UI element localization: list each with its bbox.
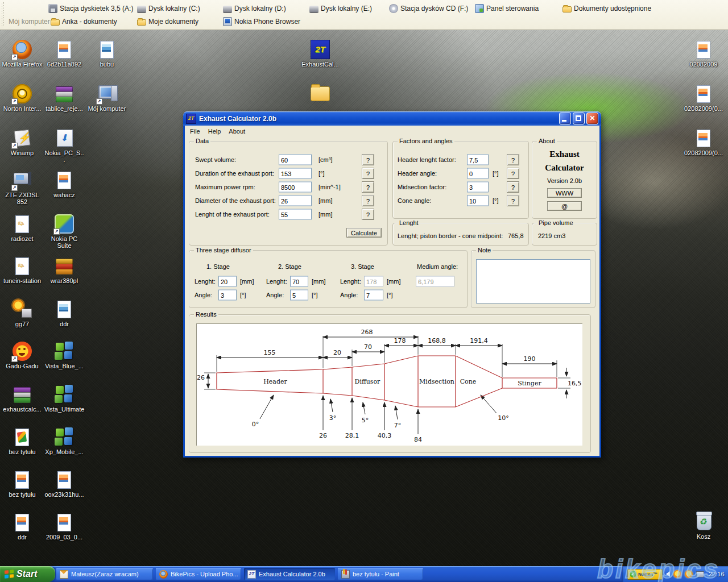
menu-about[interactable]: About xyxy=(225,127,249,136)
desktop-icon-bubu[interactable]: bubu xyxy=(86,40,127,68)
close-button[interactable]: ✕ xyxy=(586,113,598,124)
network-tray-icon[interactable] xyxy=(696,571,704,577)
desktop-icon-mozilla-firefox[interactable]: Mozilla Firefox xyxy=(2,40,43,68)
max-rpm-input[interactable] xyxy=(279,182,312,193)
help-button[interactable]: ? xyxy=(507,168,519,179)
desktop-icon-bez-tytu-u[interactable]: bez tytułu xyxy=(2,427,43,455)
toolbar-item-dokumenty-udost-pnione[interactable]: Dokumenty udostępnione xyxy=(562,3,651,14)
desktop-icon-02082009-0[interactable]: 02082009(0... xyxy=(683,84,724,112)
toolbar-item-nokia-phone-browser[interactable]: Nokia Phone Browser xyxy=(223,16,300,27)
task-button-bikepics-upload-pho[interactable]: BikePics - Upload Pho... xyxy=(156,568,241,580)
desktop-icon-xp-mobile[interactable]: Xp_Mobile_... xyxy=(44,427,85,455)
toolbar-item-moje-dokumenty[interactable]: Moje dokumenty xyxy=(137,16,198,27)
paintpage-icon xyxy=(13,427,32,447)
desktop-icon-exhaustcal[interactable]: ExhaustCal... xyxy=(300,40,341,68)
norton-badge[interactable]: ✓ Norton™ xyxy=(627,569,663,580)
bore-d2: 28,1 xyxy=(345,432,359,439)
help-button[interactable]: ? xyxy=(362,209,374,220)
desktop-icon-tablice-reje[interactable]: tablice_reje... xyxy=(44,84,85,112)
toolbar-item-dysk-lokalny-e[interactable]: Dysk lokalny (E:) xyxy=(309,3,372,14)
page-icon xyxy=(694,84,713,103)
mm-unit: [mm] xyxy=(240,278,254,285)
desktop-icon-zte-zxdsl-852[interactable]: ZTE ZXDSL 852 xyxy=(2,171,43,205)
note-textarea[interactable] xyxy=(476,259,590,304)
window-titlebar[interactable]: Exhaust Calculator 2.0b ✕ xyxy=(183,111,601,126)
menu-help[interactable]: Help xyxy=(204,127,225,136)
page-icon xyxy=(55,470,74,489)
docpen-icon xyxy=(13,214,32,234)
port-diameter-input[interactable] xyxy=(279,196,312,206)
desktop-icon-2009-03-0[interactable]: 2009_03_0... xyxy=(44,513,85,541)
dim-cone: 191,4 xyxy=(470,337,488,344)
gadu-gadu-tray-icon[interactable] xyxy=(685,570,693,578)
menu-file[interactable]: File xyxy=(186,127,204,136)
desktop-icon-folderbig[interactable] xyxy=(300,84,341,105)
toolbar-item-stacja-dysk-w-cd-f[interactable]: Stacja dysków CD (F:) xyxy=(389,3,468,14)
header-angle-input[interactable] xyxy=(467,168,489,179)
toolbar-item-stacja-dyskietek-3-5-a[interactable]: Stacja dyskietek 3,5 (A:) xyxy=(48,3,133,14)
midsection-factor-input[interactable] xyxy=(467,182,489,193)
desktop-icon-norton-inter[interactable]: Norton Inter... xyxy=(2,84,43,112)
desktop-icon-nokia-pc-suite[interactable]: Nokia PC Suite xyxy=(44,214,85,249)
task-button-exhaust-calculator-2-0b[interactable]: Exhaust Calculator 2.0b xyxy=(244,568,335,580)
stage1-angle-input[interactable] xyxy=(218,290,237,301)
swept-volume-input[interactable] xyxy=(279,155,312,165)
help-button[interactable]: ? xyxy=(362,195,374,206)
task-button-mateusz-zaraz-wracam[interactable]: Mateusz(Zaraz wracam) xyxy=(56,568,153,580)
help-button[interactable]: ? xyxy=(362,154,374,165)
header-length-factor-input[interactable] xyxy=(467,155,489,165)
floppy-drive-icon xyxy=(48,4,57,13)
task-button-bez-tytu-u-paint[interactable]: bez tytułu - Paint xyxy=(338,568,423,580)
hide-icons-arrow-icon[interactable] xyxy=(666,571,670,577)
toolbar-item-dysk-lokalny-d[interactable]: Dysk lokalny (D:) xyxy=(223,3,286,14)
task-button-label: Mateusz(Zaraz wracam) xyxy=(71,571,139,577)
stage1-length-input[interactable] xyxy=(218,276,237,287)
desktop-icon-nokia-pc-s[interactable]: Nokia_PC_S... xyxy=(44,128,85,163)
desktop-icon-ddr[interactable]: ddr xyxy=(44,300,85,327)
stage2-angle-input[interactable] xyxy=(290,290,308,301)
toolbar-drag-handle[interactable] xyxy=(2,2,5,27)
dim-midsection: 168,8 xyxy=(428,337,446,344)
shortcut-arrow-icon xyxy=(53,228,60,235)
stage3-angle-input[interactable] xyxy=(364,290,383,301)
duration-input[interactable] xyxy=(279,168,312,179)
desktop-icon-wahacz[interactable]: wahacz xyxy=(44,171,85,198)
desktop-icon-oox23k31hu[interactable]: oox23k31hu... xyxy=(44,470,85,498)
toolbar-item-dysk-lokalny-c[interactable]: Dysk lokalny (C:) xyxy=(137,3,200,14)
toolbar-item-anka-dokumenty[interactable]: Anka - dokumenty xyxy=(51,16,117,27)
desktop-icon-tunein-station[interactable]: tunein-station xyxy=(2,256,43,284)
minimize-button[interactable] xyxy=(559,113,571,124)
exhaust-calculator-window: Exhaust Calculator 2.0b ✕ File Help Abou… xyxy=(183,111,601,458)
help-button[interactable]: ? xyxy=(507,154,519,165)
desktop-icon-02082009-0[interactable]: 02082009(0... xyxy=(683,128,724,156)
desktop-icon-02082009[interactable]: 02082009 xyxy=(683,40,724,68)
www-button[interactable]: WWW xyxy=(547,188,582,198)
help-button[interactable]: ? xyxy=(507,195,519,206)
desktop-icon-kosz[interactable]: Kosz xyxy=(683,512,724,540)
start-button[interactable]: Start xyxy=(0,566,55,582)
toolbar-item-panel-sterowania[interactable]: Panel sterowania xyxy=(475,3,539,14)
desktop-icon-exhaustcalc[interactable]: exhaustcalc... xyxy=(2,385,43,413)
desktop-icon-bez-tytu-u[interactable]: bez tytułu xyxy=(2,470,43,498)
desktop-icon-radiozet[interactable]: radiozet xyxy=(2,214,43,242)
gadu-gadu-tray-icon[interactable] xyxy=(673,570,681,578)
help-button[interactable]: ? xyxy=(362,181,374,193)
modem-icon xyxy=(13,171,32,190)
email-button[interactable]: @ xyxy=(547,201,582,211)
stage2-length-input[interactable] xyxy=(290,276,308,287)
cone-angle-input[interactable] xyxy=(467,196,489,206)
desktop-icon-vista-blue[interactable]: Vista_Blue_... xyxy=(44,342,85,369)
desktop-icon-winamp[interactable]: Winamp xyxy=(2,128,43,156)
desktop-icon-gg77[interactable]: gg77 xyxy=(2,300,43,327)
desktop-icon-ddr[interactable]: ddr xyxy=(2,513,43,541)
maximize-button[interactable] xyxy=(573,113,585,124)
help-button[interactable]: ? xyxy=(362,168,374,179)
desktop-icon-m-j-komputer[interactable]: Mój komputer xyxy=(86,84,127,112)
calculate-button[interactable]: Calculate xyxy=(346,228,382,238)
desktop-icon-wrar380pl[interactable]: wrar380pl xyxy=(44,256,85,284)
desktop-icon-gadu-gadu[interactable]: Gadu-Gadu xyxy=(2,342,43,369)
desktop-icon-6d2b11a892[interactable]: 6d2b11a892 xyxy=(44,40,85,68)
desktop-icon-vista-ultimate[interactable]: Vista_Ultimate xyxy=(44,385,85,413)
help-button[interactable]: ? xyxy=(507,181,519,193)
port-length-input[interactable] xyxy=(279,209,312,220)
